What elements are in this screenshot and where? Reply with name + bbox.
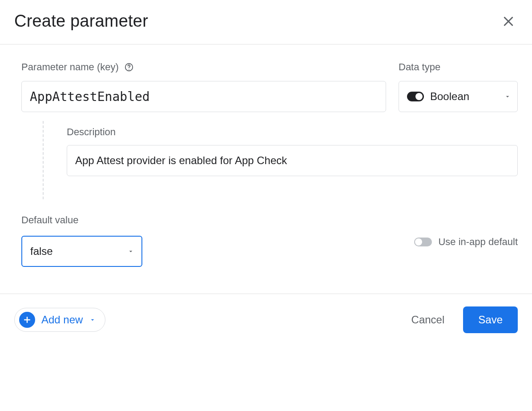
default-value-row: Default value false Use in-app default: [21, 214, 518, 267]
help-icon[interactable]: [124, 62, 134, 72]
data-type-label: Data type: [399, 61, 440, 73]
chevron-down-icon: [504, 93, 511, 100]
description-block: Description: [21, 121, 518, 176]
description-input[interactable]: [67, 145, 518, 176]
footer-actions: Cancel Save: [409, 306, 518, 333]
data-type-label-text: Data type: [399, 61, 440, 73]
save-button[interactable]: Save: [463, 306, 518, 333]
data-type-select[interactable]: Boolean: [399, 81, 518, 112]
default-value-label-text: Default value: [21, 214, 78, 226]
dialog-body: Parameter name (key) Data type Boolean: [0, 44, 532, 294]
dialog-footer: Add new Cancel Save: [0, 294, 532, 355]
data-type-value: Boolean: [430, 90, 498, 103]
dialog-header: Create parameter: [0, 0, 532, 44]
default-value: false: [30, 245, 53, 258]
parameter-name-field: Parameter name (key): [21, 61, 386, 112]
cancel-button[interactable]: Cancel: [409, 313, 447, 326]
name-and-type-row: Parameter name (key) Data type Boolean: [21, 61, 518, 112]
plus-icon: [19, 312, 35, 328]
parameter-name-input[interactable]: [21, 81, 386, 112]
close-icon: [502, 23, 515, 29]
add-new-label: Add new: [41, 314, 83, 326]
data-type-field: Data type Boolean: [399, 61, 518, 112]
add-new-button[interactable]: Add new: [14, 308, 105, 332]
parameter-name-label: Parameter name (key): [21, 61, 134, 73]
description-label-text: Description: [67, 126, 116, 138]
default-value-label: Default value: [21, 214, 78, 226]
default-value-field: Default value false: [21, 214, 142, 267]
toggle-off-icon: [414, 238, 432, 246]
chevron-down-icon: [127, 248, 134, 255]
use-inapp-default-label: Use in-app default: [438, 236, 518, 248]
svg-point-3: [129, 69, 129, 70]
use-inapp-default-toggle[interactable]: Use in-app default: [414, 236, 518, 248]
description-label: Description: [67, 126, 116, 138]
parameter-name-label-text: Parameter name (key): [21, 61, 119, 73]
default-value-select[interactable]: false: [21, 236, 142, 267]
dialog-title: Create parameter: [14, 12, 148, 31]
close-button[interactable]: [499, 12, 518, 31]
create-parameter-dialog: Create parameter Parameter name (key) Da…: [0, 0, 532, 355]
boolean-type-icon: [407, 92, 424, 101]
chevron-down-icon: [89, 316, 96, 323]
